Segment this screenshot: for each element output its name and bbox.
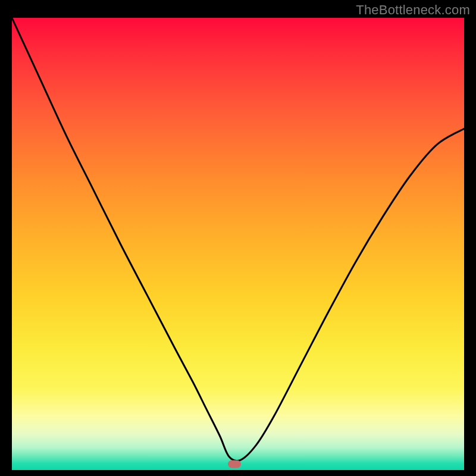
- bottleneck-curve-path: [12, 18, 464, 461]
- plot-area: [12, 18, 464, 470]
- optimal-point-marker: [228, 461, 241, 468]
- chart-frame: TheBottleneck.com: [0, 0, 476, 476]
- bottleneck-curve: [12, 18, 464, 470]
- watermark-text: TheBottleneck.com: [356, 2, 470, 18]
